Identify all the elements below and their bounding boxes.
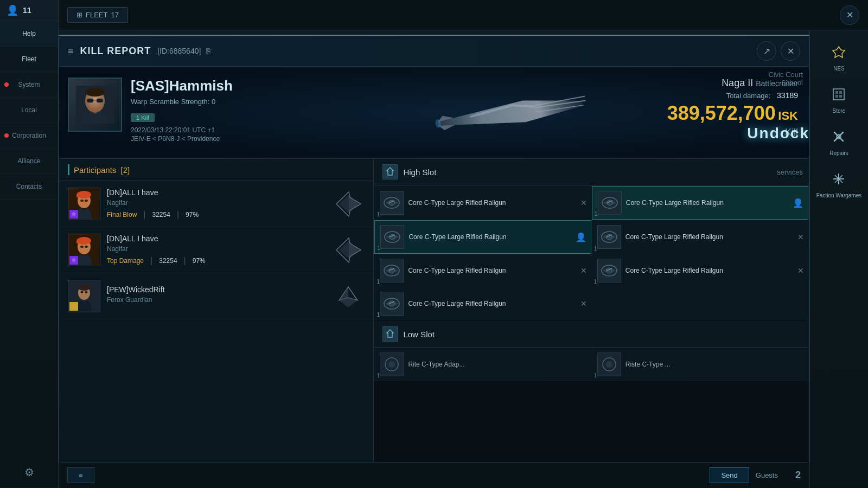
slot-item[interactable]: 1 Rite C-Type Adap...	[374, 348, 591, 381]
sidebar-item-contacts[interactable]: Contacts	[0, 174, 58, 200]
svg-rect-2	[835, 91, 838, 94]
svg-marker-0	[833, 47, 845, 57]
participant-3-name: [PEW]WickedRift	[107, 285, 326, 294]
main-area: ≡ KILL REPORT [ID:6885640] ⎘ ↗ ✕	[59, 30, 809, 488]
sidebar-item-alliance[interactable]: Alliance	[0, 149, 58, 174]
participant-1-details: [DN]ALL I have Naglfar Final Blow | 3225…	[107, 188, 326, 220]
slot-count: 1	[594, 373, 597, 378]
svg-marker-40	[71, 304, 76, 309]
slot-item[interactable]: 1 Core C-Type Large Rifled	[592, 186, 808, 220]
topbar-close-button[interactable]: ✕	[840, 5, 859, 25]
settings-icon: ⚙	[24, 466, 34, 478]
svg-rect-1	[833, 89, 844, 100]
fleet-button[interactable]: ⊞ FLEET 17	[67, 7, 128, 23]
high-slot-header: High Slot	[374, 159, 809, 185]
isk-value: 389,572,700	[667, 102, 776, 124]
stat-pct-2: 97%	[193, 257, 206, 265]
slot-close-1[interactable]: ✕	[580, 198, 587, 207]
total-damage-label: Total damage:	[726, 92, 771, 100]
faction-wargames-item[interactable]: Faction Wargames	[813, 166, 865, 204]
sidebar-item-settings[interactable]: ⚙	[0, 457, 58, 488]
sidebar-item-local[interactable]: Local	[0, 98, 58, 123]
participant-item[interactable]: [DN]ALL I have Naglfar Top Damage | 3225…	[59, 227, 373, 273]
faction-wargames-icon	[831, 171, 846, 189]
participant-item[interactable]: [DN]ALL I have Naglfar Final Blow | 3225…	[59, 181, 373, 227]
participant-2-name: [DN]ALL I have	[107, 234, 326, 243]
stat-label-1: Final Blow	[107, 211, 137, 219]
civic-line1: Civic Court	[768, 70, 803, 79]
slot-item-name: Core C-Type Large Rifled Railgun	[626, 198, 724, 208]
services-text: services	[777, 168, 803, 176]
svg-rect-16	[87, 99, 93, 102]
sidebar-header: 👤 11	[0, 0, 58, 21]
alliance-badge-2	[69, 256, 78, 265]
slot-item[interactable]: 1 Core C-Type Large Rifled	[374, 254, 591, 287]
slot-item[interactable]: 1 Core C-Type Large Rifled	[374, 287, 591, 320]
system-dot	[4, 82, 9, 87]
slot-item-name: Core C-Type Large Rifled Railgun	[409, 233, 506, 242]
modal-close-button[interactable]: ✕	[781, 41, 800, 61]
header-bar	[68, 164, 69, 175]
svg-point-15	[85, 88, 105, 97]
slot-close-5[interactable]: ✕	[580, 266, 587, 275]
topbar: ⊞ FLEET 17 ✕	[59, 0, 868, 30]
slot-item[interactable]: 1 Core C-Type Large Rifled	[374, 220, 591, 254]
slot-close-7[interactable]: ✕	[580, 299, 587, 308]
send-button[interactable]: Send	[710, 467, 749, 483]
svg-point-33	[85, 246, 88, 248]
svg-point-26	[80, 200, 84, 202]
store-label: Store	[833, 108, 846, 114]
svg-point-32	[80, 246, 84, 248]
modal-menu-button[interactable]: ≡	[68, 46, 74, 57]
slot-item[interactable]: 1 Core C-Type Large Rifled	[592, 220, 808, 254]
right-sidebar: NES Store Repairs	[809, 30, 868, 488]
slot-icon-img	[597, 225, 621, 249]
sidebar-item-help[interactable]: Help	[0, 21, 58, 47]
fleet-label: Fleet	[22, 55, 36, 63]
participant-2-ship: Naglfar	[107, 245, 326, 253]
corporation-label: Corporation	[12, 132, 46, 139]
civic-line2: School	[768, 79, 803, 87]
store-item[interactable]: Store	[813, 81, 865, 119]
hamburger-menu-button[interactable]: ≡	[67, 467, 94, 483]
sidebar-item-system[interactable]: System	[0, 72, 58, 98]
modal-export-button[interactable]: ↗	[757, 41, 776, 61]
slots-panel: High Slot 1	[374, 159, 809, 487]
participant-item[interactable]: [PEW]WickedRift Ferox Guardian	[59, 273, 373, 319]
nes-store-item[interactable]: NES	[813, 39, 865, 77]
body-section: Participants [2]	[59, 159, 809, 487]
svg-point-37	[78, 284, 91, 291]
slot-item[interactable]: 1 Core C-Type Large Rifled	[592, 254, 808, 287]
faction-wargames-label: Faction Wargames	[816, 192, 862, 198]
victim-avatar-image	[69, 79, 121, 131]
participant-2-stats: Top Damage | 32254 | 97%	[107, 256, 326, 266]
participant-1-ship: Naglfar	[107, 199, 326, 207]
slot-icon-img	[380, 259, 404, 282]
bottom-bar: ≡ Send Guests 2	[59, 462, 809, 488]
slot-count: 1	[376, 312, 380, 318]
slot-item[interactable]: 1 Riste C-Type ...	[592, 348, 808, 381]
copy-icon[interactable]: ⎘	[206, 47, 210, 55]
participant-3-details: [PEW]WickedRift Ferox Guardian	[107, 285, 326, 307]
svg-point-64	[388, 361, 395, 368]
slot-item[interactable]: 1 Core C-Type Large Rifled	[374, 186, 591, 220]
sidebar-item-fleet[interactable]: Fleet	[0, 47, 58, 72]
civic-court-text: Civic Court School	[768, 70, 803, 87]
repairs-item[interactable]: Repairs	[813, 124, 865, 162]
alliance-label: Alliance	[17, 157, 40, 165]
svg-point-31	[77, 237, 91, 245]
repairs-icon	[831, 129, 846, 147]
corporation-dot	[4, 133, 9, 138]
undock-button[interactable]: Undock	[747, 125, 809, 142]
svg-rect-3	[839, 91, 842, 94]
slot-count: 1	[376, 279, 380, 285]
export-icon: ↗	[763, 46, 770, 56]
svg-marker-28	[71, 211, 76, 216]
slot-close-6[interactable]: ✕	[797, 266, 804, 275]
modal-header: ≡ KILL REPORT [ID:6885640] ⎘ ↗ ✕	[59, 36, 809, 67]
alliance-badge-3	[69, 302, 78, 311]
participant-1-name: [DN]ALL I have	[107, 188, 326, 197]
victim-warp: Warp Scramble Strength: 0	[131, 98, 657, 106]
slot-close-4[interactable]: ✕	[797, 233, 804, 241]
sidebar-item-corporation[interactable]: Corporation	[0, 123, 58, 149]
